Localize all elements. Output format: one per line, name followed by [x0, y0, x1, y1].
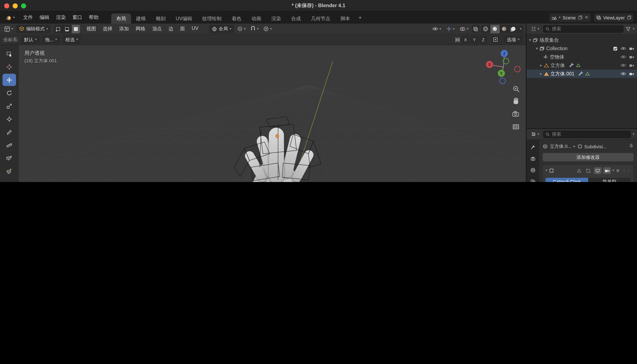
modifier-extras-caret[interactable]: ▾ [612, 169, 614, 172]
modifier-on-cage-toggle[interactable] [576, 167, 583, 174]
tool-select-box-button[interactable] [2, 48, 16, 60]
select-mode-dropdown[interactable]: 框选 ▾ [62, 36, 81, 44]
vertex-select-button[interactable] [54, 25, 62, 33]
mesh-data-icon[interactable] [586, 72, 590, 76]
scene-selector[interactable]: ▾ Scene ✕ [550, 13, 591, 22]
outliner-row-empty[interactable]: 空物体 [526, 53, 637, 61]
workspace-tab[interactable]: 建模 [131, 14, 151, 24]
tool-rotate-button[interactable] [2, 87, 16, 99]
modifier-drag-handle[interactable]: ⋮⋮ [622, 168, 631, 173]
disclosure-closed-icon[interactable]: ▸ [540, 64, 542, 67]
transform-orientation-dropdown[interactable]: 全局 ▾ [209, 25, 234, 33]
gizmos-dropdown[interactable]: ▾ [444, 25, 456, 33]
viewlayer-selector[interactable]: ViewLayer [594, 13, 634, 22]
disclosure-open-icon[interactable]: ▾ [529, 38, 531, 42]
visibility-dropdown[interactable]: ▾ [430, 25, 443, 33]
pin-icon[interactable] [629, 144, 634, 149]
breadcrumb-modifier[interactable]: Subdivisi... [584, 144, 607, 149]
simple-button[interactable]: 简单型 [588, 178, 631, 182]
workspace-tab[interactable]: 渲染 [266, 14, 286, 24]
menu-item[interactable]: 渲染 [53, 13, 69, 22]
menu-item[interactable]: 帮助 [86, 13, 102, 22]
add-workspace-button[interactable]: + [355, 14, 365, 21]
properties-tab-render[interactable] [527, 154, 539, 164]
workspace-tab[interactable]: UV编辑 [170, 14, 197, 24]
blender-menu-button[interactable]: ▾ [3, 13, 16, 22]
editor-type-button[interactable]: ▾ [2, 25, 15, 33]
viewport-canvas[interactable]: ZXY [18, 45, 526, 182]
menu-item[interactable]: 顶点 [149, 24, 165, 33]
outliner-options-caret[interactable]: ▾ [633, 27, 634, 30]
filter-icon[interactable] [626, 26, 631, 32]
mirror-y-toggle[interactable]: Y [470, 36, 478, 44]
tool-inset-button[interactable] [2, 178, 16, 182]
shading-material-button[interactable] [500, 25, 509, 33]
shading-rendered-button[interactable] [509, 25, 518, 33]
options-dropdown[interactable]: 选项 ▾ [504, 36, 522, 44]
proportional-edit-dropdown[interactable]: ▾ [262, 25, 274, 33]
modifier-wrench-icon[interactable] [569, 63, 574, 68]
xray-toggle[interactable] [472, 25, 480, 33]
properties-tab-tool[interactable] [527, 142, 539, 152]
menu-item[interactable]: 窗口 [69, 13, 86, 22]
zoom-window-button[interactable] [21, 3, 26, 8]
render-camera-icon[interactable] [629, 64, 634, 67]
breadcrumb-object[interactable]: 立方体.0... [550, 143, 572, 150]
minimize-window-button[interactable] [13, 3, 18, 8]
coord-system-dropdown[interactable]: 默认 ▾ [21, 36, 40, 44]
hide-eye-icon[interactable] [620, 63, 626, 68]
tool-extrude-button[interactable] [2, 165, 16, 177]
tool-transform-button[interactable] [2, 113, 16, 125]
tool-add-cube-button[interactable] [2, 152, 16, 164]
overlays-dropdown[interactable]: ▾ [458, 25, 470, 33]
workspace-tab[interactable]: 布局 [111, 14, 131, 24]
tool-annotate-button[interactable] [2, 126, 16, 138]
outliner-editor-type-button[interactable]: ▾ [529, 25, 541, 33]
snap-base-button[interactable] [492, 36, 499, 44]
viewport-3d[interactable]: ZXY 用户透视 (18) 立方体.001 [18, 45, 526, 182]
menu-item[interactable]: UV [188, 24, 202, 33]
menu-item[interactable]: 编辑 [36, 13, 53, 22]
menu-item[interactable]: 边 [165, 24, 177, 33]
mirror-x-toggle[interactable]: X [462, 36, 469, 44]
modifier-edit-mode-toggle[interactable] [585, 167, 592, 174]
workspace-tab[interactable]: 合成 [286, 14, 306, 24]
add-modifier-button[interactable]: 添加修改器 [543, 153, 634, 161]
outliner-row-cube-001[interactable]: ▸ 立方体.001 [526, 70, 637, 78]
properties-search-input[interactable]: 搜索 [543, 130, 631, 138]
face-select-button[interactable] [72, 25, 80, 33]
outliner-search-input[interactable]: 搜索 [543, 25, 624, 33]
properties-tab-output[interactable] [527, 165, 539, 175]
hide-eye-icon[interactable] [620, 55, 626, 59]
render-camera-icon[interactable] [629, 55, 634, 59]
close-window-button[interactable] [4, 3, 9, 8]
copy-viewlayer-icon[interactable] [627, 15, 632, 20]
render-camera-icon[interactable] [629, 46, 634, 50]
workspace-tab[interactable]: 几何节点 [306, 14, 335, 24]
shading-wireframe-button[interactable] [481, 25, 490, 33]
outliner-row-cube[interactable]: ▸ 立方体 [526, 61, 637, 70]
tool-scale-button[interactable] [2, 100, 16, 112]
modifier-close-icon[interactable]: ✕ [616, 168, 620, 173]
menu-item[interactable]: 面 [177, 24, 188, 33]
mirror-z-toggle[interactable]: Z [480, 36, 487, 44]
exclude-checkbox-icon[interactable] [613, 46, 618, 51]
modifier-render-toggle[interactable] [603, 167, 611, 174]
properties-editor-type-button[interactable]: ▾ [529, 130, 541, 138]
shading-caret[interactable]: ▾ [518, 27, 523, 30]
properties-options-caret[interactable]: ▾ [633, 132, 634, 136]
workspace-tab[interactable]: 动画 [246, 14, 266, 24]
shading-solid-button[interactable] [490, 25, 500, 33]
workspace-tab[interactable]: 脚本 [335, 14, 355, 24]
hide-eye-icon[interactable] [620, 72, 626, 76]
menu-item[interactable]: 添加 [116, 24, 132, 33]
tool-move-button[interactable] [2, 74, 16, 86]
catmull-clark-button[interactable]: Catmull-Clark [546, 178, 588, 182]
tool-measure-button[interactable] [2, 139, 16, 151]
properties-tab-view-layer[interactable] [527, 176, 539, 182]
snap-dropdown[interactable]: ▾ [248, 25, 260, 33]
disclosure-open-icon[interactable]: ▾ [536, 46, 538, 50]
unlink-scene-icon[interactable]: ✕ [584, 15, 588, 20]
drag-mode-dropdown[interactable]: 拖... ▾ [42, 36, 60, 44]
tool-cursor-button[interactable] [2, 61, 16, 73]
